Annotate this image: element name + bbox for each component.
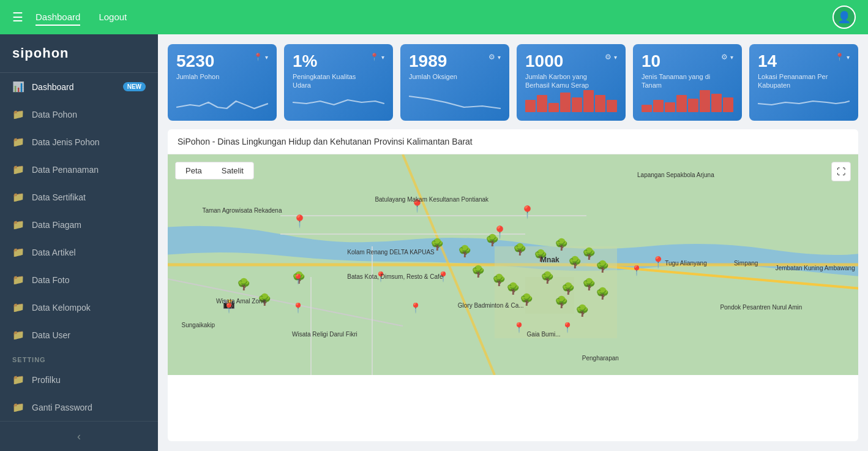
bar-item [711,94,722,112]
bar-item [583,90,594,112]
tree-marker: 🌳 [582,278,596,291]
map-label-simpang: Simpang [734,260,758,267]
main-layout: sipohon 📊 Dashboard NEW 📁 Data Pohon 📁 D… [0,34,868,451]
sidebar-item-ganti-password[interactable]: 📁 Ganti Password [0,393,158,421]
bar-item [525,100,536,112]
tree-marker: 🌳 [596,260,609,273]
tree-marker: 🌳 [458,244,471,258]
map-tab-peta[interactable]: Peta [176,162,212,179]
sidebar-item-data-sertifikat-label: Data Sertifikat [32,192,86,202]
stat-label-jumlah-pohon: Jumlah Pohon [176,72,219,81]
bar-item [688,99,698,112]
location-pin: 📍 [520,205,535,219]
top-navbar: ☰ Dashboard Logout 👤 [0,0,868,34]
map-label-pengharapan: Pengharapan [582,355,619,362]
sidebar-item-data-artikel-label: Data Artikel [32,248,76,257]
map-label-gaia: Gaia Bumi... [527,331,561,338]
sidebar-item-data-pohon[interactable]: 📁 Data Pohon [0,100,158,128]
sidebar-item-ganti-password-label: Ganti Password [32,403,92,412]
tree-marker: 🌳 [541,271,554,284]
map-container[interactable]: Peta Satelit 🌳 🌳 🌳 🌳 🌳 🌳 🌳 🌳 🌳 🌳 🌳 🌳 🌳 🌳 [168,154,858,375]
map-label-glory: Glory Badminton & Ca... [458,302,524,309]
sidebar-item-profilku-label: Profilku [32,375,61,385]
sidebar-item-profilku[interactable]: 📁 Profilku [0,366,158,393]
nav-link-dashboard[interactable]: Dashboard [36,9,80,26]
map-label-kolam-renang: Kolam Renang DELTA KAPUAS [347,249,434,256]
hamburger-menu-icon[interactable]: ☰ [12,10,23,25]
location-pin: 📍 [561,322,574,333]
gear-icon-2: ⚙ [605,53,612,61]
location-pin: 📍 [513,322,525,333]
tree-marker: 🌳 [582,247,596,260]
sidebar-item-dashboard-label: Dashboard [32,82,74,92]
sidebar-item-data-penanaman[interactable]: 📁 Data Penanaman [0,156,158,183]
stat-cards-grid: 5230 Jumlah Pohon 📍 ▾ [168,44,858,121]
stat-card-jumlah-oksigen: 1989 Jumlah Oksigen ⚙ ▾ [400,44,509,121]
map-label-wisata-religi: Wisata Religi Darul Fikri [292,331,357,338]
sidebar-collapse-button[interactable]: ‹ [0,421,158,451]
bar-item [676,95,687,112]
location-pin: 📍 [630,265,643,276]
bar-item [723,97,733,112]
bar-item [548,103,559,112]
nav-links: Dashboard Logout [36,9,832,26]
folder-icon-4: 📁 [12,191,24,203]
sidebar-item-data-artikel[interactable]: 📁 Data Artikel [0,238,158,266]
map-label-pondok: Pondok Pesantren Nurul Amin [720,304,802,311]
stat-card-header-6: 14 Lokasi Penanaman Per Kabupaten 📍 ▾ [758,53,850,90]
folder-icon-8: 📁 [12,301,24,313]
map-label-batas-kota: Batas Kota, Dimsum, Resto & Cafe [347,273,443,280]
dashboard-icon: 📊 [12,81,24,93]
map-label-jembatan: Jembatan Kuning Ambawang [776,265,855,271]
map-label-lapangan: Lapangan Sepakbola Arjuna [637,172,714,178]
location-pin: 📍 [492,225,507,240]
stat-icon-jumlah-oksigen: ⚙ ▾ [488,53,501,61]
stat-value-jumlah-karbon: 1000 [525,53,605,70]
map-label-sungaikakip: Sungaikakip [182,322,215,328]
folder-icon-3: 📁 [12,164,24,175]
stat-card-header-3: 1989 Jumlah Oksigen ⚙ ▾ [409,53,501,81]
sidebar-item-data-jenis-pohon[interactable]: 📁 Data Jenis Pohon [0,128,158,156]
folder-icon-2: 📁 [12,136,24,148]
sidebar-item-data-piagam-label: Data Piagam [32,220,81,230]
avatar[interactable]: 👤 [832,6,856,29]
sidebar-item-data-sertifikat[interactable]: 📁 Data Sertifikat [0,183,158,211]
sparkline-jumlah-pohon [176,90,268,112]
stat-label-lokasi-penanaman: Lokasi Penanaman Per Kabupaten [758,72,835,90]
sidebar: sipohon 📊 Dashboard NEW 📁 Data Pohon 📁 D… [0,34,158,451]
sidebar-item-dashboard[interactable]: 📊 Dashboard NEW [0,73,158,100]
sidebar-item-data-jenis-pohon-label: Data Jenis Pohon [32,137,100,147]
stat-icon-lokasi-penanaman: 📍 ▾ [835,53,850,61]
pin-icon: 📍 [253,53,263,61]
map-tab-satelit[interactable]: Satelit [212,162,253,179]
stat-label-jumlah-oksigen: Jumlah Oksigen [409,72,457,81]
nav-link-logout[interactable]: Logout [99,9,127,26]
sparkline-lokasi-penanaman [758,90,850,112]
folder-icon-7: 📁 [12,274,24,286]
bar-chart-jenis-tanaman [642,90,733,112]
sidebar-item-data-foto[interactable]: 📁 Data Foto [0,266,158,294]
bar-item [595,95,605,112]
tree-marker: 🌳 [506,282,520,295]
chevron-down-icon-6: ▾ [847,54,850,61]
folder-icon-10: 📁 [12,374,24,385]
sidebar-item-data-foto-label: Data Foto [32,275,69,285]
pin-icon-3: 📍 [835,53,844,61]
location-pin: 📍 [410,302,422,314]
stat-card-jenis-tanaman: 10 Jenis Tanaman yang di Tanam ⚙ ▾ [633,44,742,121]
chevron-down-icon-5: ▾ [730,54,733,61]
stat-value-jumlah-pohon: 5230 [176,53,219,70]
chevron-left-icon: ‹ [77,430,81,443]
stat-icon-jumlah-karbon: ⚙ ▾ [605,53,617,61]
stat-value-lokasi-penanaman: 14 [758,53,835,70]
stat-icon-kualitas-udara: 📍 ▾ [370,53,384,61]
chevron-down-icon-4: ▾ [614,54,617,61]
sidebar-item-data-user[interactable]: 📁 Data User [0,321,158,349]
sidebar-item-data-kelompok[interactable]: 📁 Data Kelompok [0,294,158,321]
sidebar-item-data-piagam[interactable]: 📁 Data Piagam [0,211,158,238]
map-expand-button[interactable]: ⛶ [831,162,851,181]
stat-card-lokasi-penanaman: 14 Lokasi Penanaman Per Kabupaten 📍 ▾ [749,44,858,121]
gear-icon: ⚙ [488,53,495,61]
bar-item [700,90,710,112]
location-pin: 📍 [292,214,307,229]
